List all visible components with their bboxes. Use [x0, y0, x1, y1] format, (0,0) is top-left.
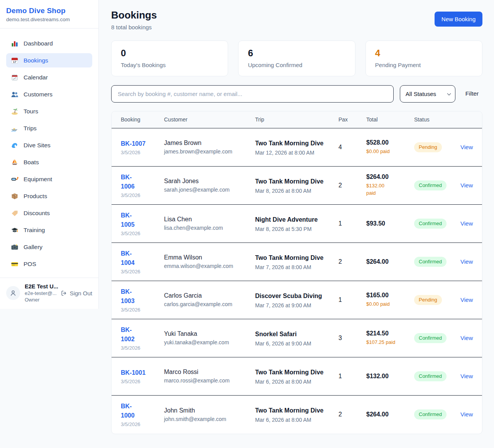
sidebar-item-label: Boats [24, 159, 39, 166]
sidebar-item-bookings[interactable]: 17 Bookings [6, 53, 92, 67]
pax-count: 4 [338, 144, 366, 151]
trip-name: Two Tank Morning Dive [255, 406, 324, 415]
table-body: BK-1007 3/5/2026 James Brown james.brown… [112, 128, 482, 434]
total-cell: $264.00 [366, 258, 414, 265]
booking-date: 3/5/2026 [121, 150, 164, 155]
sidebar-item-boats[interactable]: Boats [6, 155, 92, 169]
trip-name: Discover Scuba Diving [255, 291, 324, 301]
calendar-date-icon: 17 [11, 57, 19, 64]
table-row: BK-1007 3/5/2026 James Brown james.brown… [112, 128, 482, 167]
pax-count: 1 [338, 373, 366, 380]
sidebar-item-dive-sites[interactable]: Dive Sites [6, 138, 92, 152]
sidebar-item-discounts[interactable]: Discounts [6, 206, 92, 220]
package-icon [11, 192, 19, 200]
customer-name: James Brown [164, 140, 255, 147]
view-cell: View [460, 373, 473, 380]
wave-icon [11, 141, 19, 149]
sidebar-item-label: Bookings [24, 57, 48, 64]
speedboat-icon [11, 125, 19, 132]
stat-label: Pending Payment [375, 62, 473, 68]
sidebar-item-label: Training [24, 227, 45, 234]
sidebar-item-training[interactable]: Training [6, 223, 92, 237]
trip-name: Two Tank Morning Dive [255, 253, 324, 263]
user-email: e2e-tester@... [25, 290, 56, 296]
sidebar-item-dashboard[interactable]: Dashboard [6, 36, 92, 51]
customer-email: marco.rossi@example.com [164, 377, 255, 384]
view-link[interactable]: View [460, 144, 473, 150]
sign-out-button[interactable]: Sign Out [61, 290, 92, 296]
paid-amount: $0.00 paid [366, 148, 414, 155]
view-link[interactable]: View [460, 411, 473, 418]
view-link[interactable]: View [460, 182, 473, 189]
sidebar-item-equipment[interactable]: Equipment [6, 172, 92, 186]
view-link[interactable]: View [460, 258, 473, 265]
booking-id-link[interactable]: BK-1001 [121, 369, 145, 376]
booking-date: 3/5/2026 [121, 269, 164, 275]
booking-id-link[interactable]: BK-1005 [121, 211, 137, 229]
view-link[interactable]: View [460, 220, 473, 227]
customer-email: john.smith@example.com [164, 416, 255, 422]
view-link[interactable]: View [460, 335, 473, 341]
stat-card: 0 Today's Bookings [111, 40, 228, 76]
total-amount: $93.50 [366, 220, 414, 227]
total-amount: $132.00 [366, 373, 414, 380]
app-title: Demo Dive Shop [6, 7, 92, 15]
customer-name: John Smith [164, 407, 255, 414]
booking-id-link[interactable]: BK-1006 [121, 173, 137, 191]
sidebar-item-products[interactable]: Products [6, 189, 92, 203]
status-cell: Confirmed [414, 219, 460, 229]
sidebar-item-customers[interactable]: Customers [6, 87, 92, 101]
booking-id-link[interactable]: BK-1007 [121, 140, 145, 147]
sidebar-item-label: Dive Sites [24, 142, 51, 149]
sidebar-item-label: Dashboard [24, 40, 53, 47]
search-input[interactable] [111, 85, 394, 103]
view-link[interactable]: View [460, 373, 473, 379]
bookings-table: Booking Customer Trip Pax Total Status B… [111, 111, 482, 434]
customer-email: sarah.jones@example.com [164, 187, 255, 193]
table-row: BK-1002 3/5/2026 Yuki Tanaka yuki.tanaka… [112, 319, 482, 357]
sidebar-item-label: Trips [24, 125, 37, 132]
trip-name: Night Dive Adventure [255, 215, 324, 224]
stat-label: Today's Bookings [121, 62, 218, 68]
graduation-cap-icon [11, 226, 19, 234]
credit-card-icon [11, 260, 19, 268]
paid-amount: $132.00 paid [366, 182, 388, 197]
status-select[interactable]: All Statuses [400, 85, 455, 103]
customer-email: emma.wilson@example.com [164, 263, 255, 269]
stat-value: 0 [121, 48, 218, 59]
booking-id-link[interactable]: BK-1004 [121, 249, 137, 268]
sidebar-item-label: Customers [24, 91, 52, 98]
status-badge: Confirmed [414, 257, 447, 267]
camera-icon [11, 243, 19, 251]
sidebar-item-calendar[interactable]: Calendar [6, 70, 92, 84]
filter-button[interactable]: Filter [462, 87, 482, 100]
booking-id-link[interactable]: BK-1003 [121, 287, 137, 306]
view-link[interactable]: View [460, 296, 473, 303]
trip-time: Mar 7, 2026 at 9:00 AM [255, 302, 331, 308]
booking-date: 3/5/2026 [121, 307, 164, 313]
booking-cell: BK-1001 3/5/2026 [121, 368, 164, 384]
sidebar-item-trips[interactable]: Trips [6, 121, 92, 135]
status-cell: Pending [414, 295, 460, 305]
booking-id-link[interactable]: BK-1000 [121, 402, 137, 420]
col-header-booking: Booking [121, 116, 164, 123]
sidebar-item-pos[interactable]: POS [6, 257, 92, 271]
sidebar-item-tours[interactable]: Tours [6, 104, 92, 118]
page-header: Bookings 8 total bookings New Booking [111, 9, 482, 30]
customer-name: Lisa Chen [164, 216, 255, 223]
total-cell: $214.50 $107.25 paid [366, 330, 414, 346]
stat-value: 6 [248, 48, 345, 59]
new-booking-button[interactable]: New Booking [435, 12, 482, 27]
booking-id-link[interactable]: BK-1002 [121, 325, 137, 344]
total-cell: $264.00 [366, 411, 414, 418]
trip-cell: Two Tank Morning Dive Mar 8, 2026 at 8:0… [255, 177, 338, 194]
trip-cell: Two Tank Morning Dive Mar 6, 2026 at 8:0… [255, 368, 338, 385]
view-cell: View [460, 220, 473, 227]
trip-cell: Two Tank Morning Dive Mar 12, 2026 at 8:… [255, 139, 338, 156]
sidebar: Demo Dive Shop demo.test.divestreams.com… [0, 0, 99, 309]
booking-date: 3/5/2026 [121, 192, 164, 198]
sidebar-item-gallery[interactable]: Gallery [6, 240, 92, 254]
trip-cell: Night Dive Adventure Mar 8, 2026 at 5:30… [255, 215, 338, 232]
customer-cell: Carlos Garcia carlos.garcia@example.com [164, 292, 255, 307]
booking-date: 3/5/2026 [121, 231, 164, 236]
